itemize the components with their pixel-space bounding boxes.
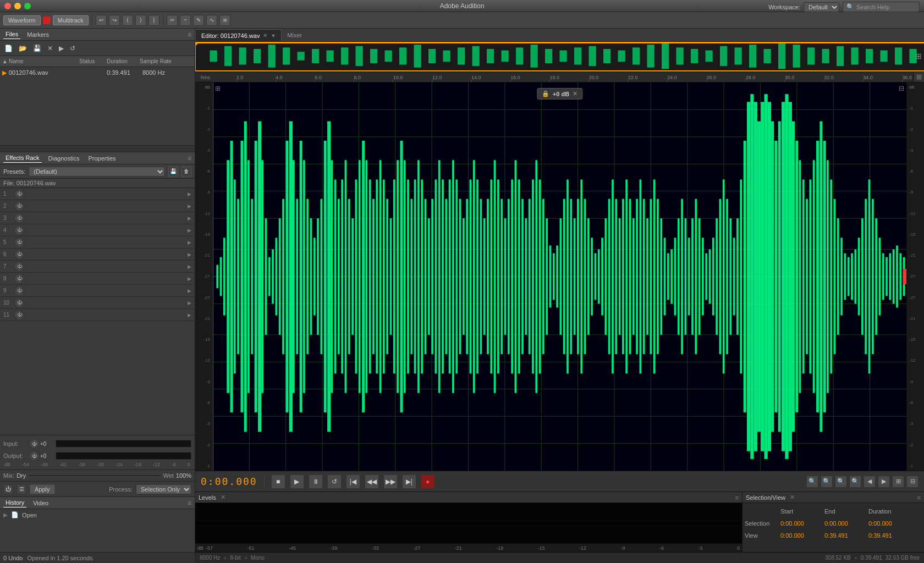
tool-redo[interactable]: ↪ — [109, 15, 120, 26]
slot-power-10[interactable]: ⏻ — [15, 299, 23, 307]
files-autoplay-btn[interactable]: ▶ — [57, 43, 66, 53]
properties-tab[interactable]: Properties — [86, 154, 118, 163]
zoom-scroll-left-btn[interactable]: ◀ — [864, 476, 876, 488]
file-item[interactable]: ▶ 00120746.wav 0:39.491 8000 Hz — [0, 67, 195, 78]
zoom-in-vertical-btn[interactable]: 🔍 — [835, 476, 847, 488]
sv-view-end[interactable]: 0:39.491 — [824, 532, 868, 539]
files-new-btn[interactable]: 📄 — [2, 43, 15, 53]
editor-tab[interactable]: Editor: 00120746.wav ✕ ▼ — [195, 29, 282, 41]
multitrack-button[interactable]: Multitrack — [53, 15, 89, 25]
next-button[interactable]: ▶| — [402, 474, 416, 489]
slot-expand-8[interactable]: ▶ — [188, 276, 191, 282]
slot-power-6[interactable]: ⏻ — [15, 251, 23, 258]
sv-selection-end[interactable]: 0:00.000 — [824, 520, 868, 527]
files-loop-btn[interactable]: ↺ — [68, 43, 78, 53]
slot-power-11[interactable]: ⏻ — [15, 311, 23, 319]
waveform-button[interactable]: Waveform — [3, 15, 41, 25]
ruler-fit-btn[interactable]: ⊞ — [913, 72, 924, 82]
slot-expand-7[interactable]: ▶ — [188, 264, 191, 269]
sv-selection-start[interactable]: 0:00.000 — [780, 520, 824, 527]
sv-close-btn[interactable]: ✕ — [790, 494, 795, 501]
loop-button[interactable]: ↺ — [327, 474, 342, 489]
slot-expand-5[interactable]: ▶ — [188, 240, 191, 245]
slot-power-3[interactable]: ⏻ — [15, 214, 23, 222]
expand-waveform-btn[interactable]: ⊞ — [215, 85, 221, 92]
record-button[interactable]: ● — [421, 474, 435, 489]
minimize-button[interactable] — [14, 3, 21, 9]
slot-power-7[interactable]: ⏻ — [15, 263, 23, 271]
slot-expand-11[interactable]: ▶ — [188, 312, 191, 318]
tool-heal[interactable]: ~ — [180, 15, 191, 26]
rewind-button[interactable]: |◀ — [346, 474, 360, 489]
mixer-tab[interactable]: Mixer — [282, 29, 307, 41]
waveform-editor[interactable]: dB -1 -2 -3 -6 -9 -12 -15 -21 -27 -27 -2… — [195, 82, 924, 471]
presets-select[interactable]: (Default) — [29, 167, 165, 176]
search-help-input[interactable]: 🔍 Search Help — [843, 2, 920, 12]
levels-tab-label[interactable]: Levels — [199, 494, 216, 501]
files-save-btn[interactable]: 💾 — [31, 43, 43, 53]
collapse-waveform-btn[interactable]: ⊟ — [899, 85, 904, 92]
zoom-scroll-right-btn[interactable]: ▶ — [878, 476, 890, 488]
slot-expand-10[interactable]: ▶ — [188, 300, 191, 306]
levels-panel-menu[interactable]: ≡ — [735, 494, 739, 501]
overview-bar[interactable]: ⊞ — [195, 42, 924, 71]
process-select[interactable]: Selection Only Entire File — [136, 484, 191, 494]
markers-tab[interactable]: Markers — [25, 30, 51, 39]
preset-delete-btn[interactable]: 🗑 — [182, 167, 191, 176]
stop-button[interactable]: ■ — [271, 474, 285, 489]
slot-power-2[interactable]: ⏻ — [15, 202, 23, 210]
zoom-reset-btn[interactable]: ⊟ — [906, 476, 919, 488]
slot-expand-9[interactable]: ▶ — [188, 288, 191, 294]
tool-undo[interactable]: ↩ — [96, 15, 107, 26]
mix-slider[interactable] — [28, 474, 161, 477]
input-power-btn[interactable]: ⏻ — [30, 440, 38, 448]
effects-power-btn[interactable]: ⏻ — [3, 484, 13, 494]
slot-power-1[interactable]: ⏻ — [15, 190, 23, 198]
waveform-canvas[interactable]: 🔒 +0 dB ✕ ⊞ ⊟ — [213, 82, 906, 471]
tool-wave[interactable]: ∿ — [206, 15, 217, 26]
history-item-open[interactable]: ▶ 📄 Open — [3, 511, 37, 518]
play-button[interactable]: ▶ — [290, 474, 304, 489]
files-close-btn[interactable]: ✕ — [45, 43, 55, 53]
slot-power-4[interactable]: ⏻ — [15, 227, 23, 234]
sv-view-start[interactable]: 0:00.000 — [780, 532, 824, 539]
video-tab[interactable]: Video — [31, 499, 51, 507]
zoom-out-vertical-btn[interactable]: 🔍 — [849, 476, 861, 488]
slot-power-8[interactable]: ⏻ — [15, 275, 23, 283]
sv-panel-menu[interactable]: ≡ — [917, 494, 921, 501]
zoom-fit-btn[interactable]: ⊞ — [892, 476, 904, 488]
levels-close-btn[interactable]: ✕ — [221, 494, 226, 501]
effects-list-btn[interactable]: ☰ — [16, 484, 26, 494]
preset-save-btn[interactable]: 💾 — [168, 167, 178, 176]
tool-fwd[interactable]: ⟩ — [135, 15, 146, 26]
editor-tab-close-btn[interactable]: ✕ — [263, 32, 267, 38]
slot-expand-4[interactable]: ▶ — [188, 228, 191, 233]
tool-cut[interactable]: ✂ — [167, 15, 178, 26]
slot-power-5[interactable]: ⏻ — [15, 239, 23, 246]
sv-tab-label[interactable]: Selection/View — [746, 494, 785, 501]
tool-select[interactable]: | — [148, 15, 160, 26]
slot-power-9[interactable]: ⏻ — [15, 287, 23, 295]
pause-button[interactable]: ⏸ — [309, 474, 323, 489]
fit-to-window-btn[interactable]: ⊞ — [915, 52, 922, 60]
history-panel-menu[interactable]: ≡ — [188, 499, 191, 507]
output-power-btn[interactable]: ⏻ — [30, 452, 38, 460]
step-fwd-button[interactable]: ▶▶ — [383, 474, 398, 489]
history-tab[interactable]: History — [3, 498, 26, 507]
close-button[interactable] — [4, 3, 11, 9]
diagnostics-tab[interactable]: Diagnostics — [46, 154, 82, 163]
tool-smooth[interactable]: ≋ — [219, 15, 230, 26]
zoom-out-horizontal-btn[interactable]: 🔍 — [821, 476, 833, 488]
editor-tab-dropdown[interactable]: ▼ — [271, 33, 276, 38]
effects-rack-tab[interactable]: Effects Rack — [3, 153, 42, 163]
maximize-button[interactable] — [24, 3, 31, 9]
files-panel-close[interactable]: ≡ — [188, 31, 191, 38]
slot-expand-1[interactable]: ▶ — [188, 191, 191, 197]
files-open-btn[interactable]: 📂 — [16, 43, 29, 53]
files-scrollbar[interactable] — [0, 145, 195, 152]
apply-button[interactable]: Apply — [30, 484, 55, 494]
db-overlay-close-btn[interactable]: ✕ — [573, 90, 578, 97]
tool-paint[interactable]: ✎ — [193, 15, 204, 26]
slot-expand-6[interactable]: ▶ — [188, 252, 191, 257]
effects-panel-menu[interactable]: ≡ — [188, 154, 191, 162]
